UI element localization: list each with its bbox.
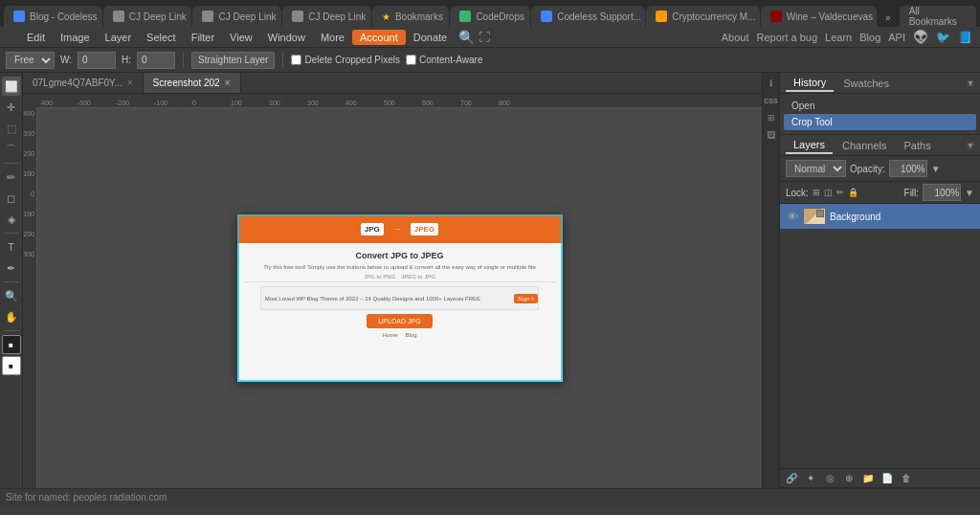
doc-tab-original[interactable]: 07Lgme4Q7ABF0Y... ×	[23, 73, 144, 93]
ps-menu-window[interactable]: Window	[260, 30, 313, 45]
twitter-icon[interactable]: 🐦	[936, 31, 950, 44]
css-icon[interactable]: CSS	[765, 94, 778, 107]
ps-menu-account[interactable]: Account	[352, 30, 406, 45]
link-layers-icon[interactable]: 🔗	[784, 471, 799, 486]
browser-tab-bar: Blog - Codeless CJ Deep Link CJ Deep Lin…	[0, 0, 980, 27]
layer-visibility-toggle[interactable]: 👁	[786, 210, 799, 223]
ps-menu-select[interactable]: Select	[139, 30, 184, 45]
history-panel-header: History Swatches ▼	[780, 73, 980, 94]
ps-menu-donate[interactable]: Donate	[406, 30, 455, 45]
delete-layer-icon[interactable]: 🗑	[899, 471, 914, 486]
tab-favicon	[770, 11, 782, 22]
close-doc-icon[interactable]: ×	[225, 78, 231, 88]
layer-background-item[interactable]: 👁 Background	[780, 204, 980, 229]
select-tool[interactable]: ⬚	[2, 119, 21, 138]
history-item-crop[interactable]: Crop Tool	[784, 114, 976, 130]
ps-menu-edit[interactable]: Edit	[19, 30, 53, 45]
new-group-icon[interactable]: 📁	[860, 471, 876, 486]
new-layer-icon[interactable]: 📄	[880, 471, 895, 486]
learn-link[interactable]: Learn	[825, 32, 852, 43]
delete-cropped-input[interactable]	[291, 55, 301, 65]
doc-tab-screenshot[interactable]: Screenshot 202 ×	[144, 73, 241, 93]
history-item-open[interactable]: Open	[784, 98, 976, 114]
tab-codeless-support[interactable]: Codeless Support...	[531, 6, 645, 27]
image-icon[interactable]: 🖼	[765, 128, 778, 142]
lock-pixels-icon[interactable]: ✏	[836, 188, 844, 197]
opacity-input[interactable]	[889, 160, 927, 177]
panel-collapse-btn[interactable]: ▼	[967, 79, 974, 87]
opacity-arrow-icon[interactable]: ▼	[931, 164, 941, 174]
h-input[interactable]	[137, 52, 175, 69]
adjustment-icon[interactable]: ⊕	[841, 471, 857, 486]
tab-crypto[interactable]: Cryptocurrency M...	[646, 6, 759, 27]
add-style-icon[interactable]: ✦	[803, 471, 818, 486]
layers-panel-header: Layers Channels Paths ▼	[780, 135, 980, 156]
tab-cj1[interactable]: CJ Deep Link	[103, 6, 192, 27]
crop-tool[interactable]: ⬜	[2, 77, 21, 96]
lock-all-icon[interactable]: 🔒	[848, 188, 858, 197]
divider	[282, 53, 283, 68]
tab-wine[interactable]: Wine – Valdecuevas	[761, 6, 877, 27]
channels-tab[interactable]: Channels	[835, 138, 894, 153]
ps-menu-view[interactable]: View	[222, 30, 260, 45]
history-tab[interactable]: History	[786, 75, 834, 92]
fill-tool[interactable]: ◈	[2, 210, 21, 229]
hand-tool[interactable]: ✋	[2, 307, 21, 326]
report-bug-link[interactable]: Report a bug	[756, 32, 817, 43]
move-tool[interactable]: ✛	[2, 98, 21, 117]
tab-favicon	[292, 11, 303, 22]
blend-mode-select[interactable]: Normal	[786, 160, 846, 177]
facebook-icon[interactable]: 📘	[958, 31, 972, 44]
brush-tool[interactable]: ✏	[2, 168, 21, 187]
pen-tool[interactable]: ✒	[2, 258, 21, 278]
ad-btn[interactable]: Sign >	[514, 294, 538, 303]
ps-menu-filter[interactable]: Filter	[184, 30, 222, 45]
ps-menu-item[interactable]	[4, 35, 19, 39]
content-aware-input[interactable]	[406, 55, 416, 65]
upload-btn[interactable]: UPLOAD JPG	[367, 314, 432, 328]
lock-position-icon[interactable]: ⊞	[813, 188, 820, 197]
fill-arrow-icon[interactable]: ▼	[965, 188, 974, 198]
delete-cropped-checkbox[interactable]: Delete Cropped Pixels	[291, 55, 400, 65]
info-icon[interactable]: ℹ	[765, 77, 778, 90]
api-link[interactable]: API	[888, 32, 905, 43]
fill-input[interactable]	[923, 184, 961, 201]
zoom-tool[interactable]: 🔍	[2, 286, 21, 305]
layers-collapse-icon[interactable]: ⊞	[765, 111, 778, 124]
blog-link[interactable]: Blog	[859, 32, 880, 43]
ps-menu-more[interactable]: More	[313, 30, 352, 45]
tab-codedropz[interactable]: CodeDrops	[450, 6, 530, 27]
content-aware-checkbox[interactable]: Content-Aware	[406, 55, 483, 65]
reddit-icon[interactable]: 👽	[913, 30, 928, 44]
layers-panel-collapse-btn[interactable]: ▼	[967, 142, 974, 149]
blog-link: Blog	[406, 332, 417, 338]
text-tool[interactable]: T	[2, 237, 21, 257]
tab-blog[interactable]: Blog - Codeless	[4, 6, 102, 27]
tab-label: CJ Deep Link	[218, 11, 276, 22]
tab-overflow[interactable]: »	[878, 9, 899, 27]
background-color[interactable]: ■	[2, 356, 21, 375]
paths-tab[interactable]: Paths	[897, 138, 939, 153]
tab-bookmarks[interactable]: ★ Bookmarks	[372, 6, 449, 27]
lock-transparency-icon[interactable]: ◫	[824, 188, 833, 197]
ps-options-bar: Free W: H: Straighten Layer Delete Cropp…	[0, 48, 980, 73]
search-icon[interactable]: 🔍	[458, 30, 475, 45]
tab-cj3[interactable]: CJ Deep Link	[282, 6, 371, 27]
w-input[interactable]	[78, 52, 116, 69]
add-mask-icon[interactable]: ◎	[822, 471, 837, 486]
lasso-tool[interactable]: ⌒	[2, 140, 21, 159]
tab-favicon	[541, 11, 552, 22]
close-doc-icon[interactable]: ×	[127, 78, 133, 88]
eraser-tool[interactable]: ◻	[2, 189, 21, 208]
mode-select[interactable]: Free	[6, 52, 55, 69]
foreground-color[interactable]: ■	[2, 335, 21, 354]
layers-tab[interactable]: Layers	[786, 137, 833, 154]
straighten-layer-button[interactable]: Straighten Layer	[191, 52, 275, 69]
ps-menu-layer[interactable]: Layer	[98, 30, 140, 45]
all-bookmarks[interactable]: All Bookmarks	[900, 6, 976, 27]
fullscreen-icon[interactable]: ⛶	[479, 31, 490, 44]
tab-cj2[interactable]: CJ Deep Link	[192, 6, 281, 27]
swatches-tab[interactable]: Swatches	[835, 76, 897, 91]
ps-menu-image[interactable]: Image	[53, 30, 98, 45]
about-link[interactable]: About	[722, 32, 749, 43]
